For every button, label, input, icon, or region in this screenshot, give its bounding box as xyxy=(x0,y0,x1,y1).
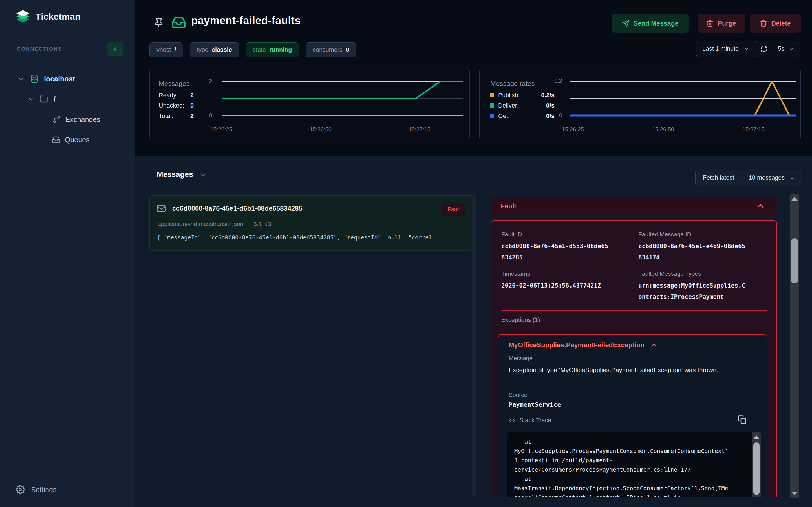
copy-stack-trace-button[interactable] xyxy=(736,413,748,426)
scroll-down-arrow-icon[interactable] xyxy=(792,492,798,495)
refresh-button[interactable] xyxy=(756,41,772,57)
badge-label: consumers xyxy=(313,47,342,54)
stack-trace-label: Stack Trace xyxy=(519,417,552,424)
stack-trace-code-block: at MyOfficeSupplies.ProcessPaymentConsum… xyxy=(507,432,761,497)
refresh-interval-select[interactable]: 5s xyxy=(772,45,800,52)
badge-label: type xyxy=(197,47,208,54)
x-axis-tick: 15:27:15 xyxy=(401,126,438,133)
message-id: cc6d0000-8a76-45e1-d6b1-08de65834285 xyxy=(172,205,303,212)
legend-swatch xyxy=(490,114,494,118)
badge-label: state xyxy=(253,47,266,54)
purge-button[interactable]: Purge xyxy=(698,14,745,33)
stat-value: 2 xyxy=(190,92,194,99)
exceptions-label: Exceptions (1) xyxy=(501,317,540,324)
legend-value: 0.2/s xyxy=(529,92,555,99)
message-body-preview: { "messageId": "cc6d0000-8a76-45e1-d6b1-… xyxy=(157,234,465,241)
time-range-select[interactable]: Last 1 minute xyxy=(696,41,756,57)
fault-section-label: Fault xyxy=(501,203,516,210)
chart-title: Messages xyxy=(159,80,190,88)
stack-trace-scrollbar[interactable] xyxy=(752,432,761,497)
fetch-count-value: 10 messages xyxy=(749,174,784,181)
scrollbar-thumb[interactable] xyxy=(753,443,760,495)
chevron-down-icon xyxy=(28,96,35,102)
send-message-label: Send Message xyxy=(633,20,679,27)
refresh-interval-value: 5s xyxy=(778,45,784,52)
connections-header: CONNECTIONS + xyxy=(17,42,123,56)
scroll-up-arrow-icon[interactable] xyxy=(792,197,798,201)
delete-label: Delete xyxy=(771,20,791,27)
chevron-up-icon xyxy=(650,342,658,349)
y-axis-tick: 0 xyxy=(545,112,562,119)
chevron-down-icon xyxy=(789,175,795,180)
sidebar-item-exchanges[interactable]: Exchanges xyxy=(52,112,100,127)
fault-section-header[interactable]: Fault xyxy=(491,197,777,215)
stat-unacked: Unacked: 0 xyxy=(159,101,194,110)
legend-value: 0/s xyxy=(529,102,555,109)
stat-total: Total: 2 xyxy=(159,112,194,120)
message-meta: application/vnd.masstransit+json 3.1 KB xyxy=(158,221,271,227)
fault-card-divider xyxy=(501,311,767,311)
fetch-count-select[interactable]: 10 messages xyxy=(742,174,802,181)
settings-label: Settings xyxy=(31,486,56,494)
connection-host-label: localhost xyxy=(44,75,75,83)
badge-value: running xyxy=(269,47,292,54)
fault-detail-panel: Fault Fault ID cc6d0000-8a76-45e1-d553-0… xyxy=(491,194,781,497)
delete-button[interactable]: Delete xyxy=(750,14,801,33)
sidebar: Ticketman CONNECTIONS + localhost / Exch… xyxy=(0,0,135,507)
message-size: 3.1 KB xyxy=(253,221,271,227)
chart-title: Message rates xyxy=(490,80,535,88)
scroll-up-arrow-icon[interactable] xyxy=(753,436,760,439)
pin-icon[interactable] xyxy=(153,17,164,27)
legend-swatch xyxy=(490,93,494,98)
send-message-button[interactable]: Send Message xyxy=(612,14,689,33)
timestamp-label: Timestamp xyxy=(501,270,530,277)
message-list-item[interactable]: cc6d0000-8a76-45e1-d6b1-08de65834285 Fau… xyxy=(149,195,472,251)
messages-heading[interactable]: Messages xyxy=(157,170,207,179)
faulted-message-types-value: urn:message:MyOfficeSupplies.Contracts:I… xyxy=(638,280,746,302)
sidebar-item-label: Exchanges xyxy=(65,115,100,124)
fault-panel-scrollbar[interactable] xyxy=(790,194,799,498)
app-title: Ticketman xyxy=(36,11,81,22)
messages-line-chart xyxy=(221,67,470,123)
x-axis-tick: 15:26:25 xyxy=(203,126,240,133)
messages-heading-label: Messages xyxy=(157,170,193,179)
sidebar-item-vhost[interactable]: / xyxy=(28,91,56,107)
y-axis-tick: 0.2 xyxy=(545,78,562,84)
exception-message: Exception of type 'MyOfficeSupplies.Paym… xyxy=(509,364,756,376)
code-icon xyxy=(509,417,515,424)
refresh-icon xyxy=(760,45,768,52)
chevron-down-icon xyxy=(744,46,749,52)
add-connection-button[interactable]: + xyxy=(107,42,123,56)
refresh-interval-control[interactable]: 5s xyxy=(756,41,800,57)
badge-state: state running xyxy=(246,42,299,57)
stat-label: Ready: xyxy=(159,92,190,99)
sidebar-item-settings[interactable]: Settings xyxy=(16,485,56,494)
purge-label: Purge xyxy=(718,20,736,27)
chevron-down-icon xyxy=(788,46,794,52)
message-content-type: application/vnd.masstransit+json xyxy=(158,221,243,227)
folder-icon xyxy=(40,95,48,103)
exception-message-label: Message xyxy=(509,355,532,362)
mail-icon xyxy=(156,204,166,213)
send-icon xyxy=(622,20,629,27)
fetch-latest-button[interactable]: Fetch latest xyxy=(696,170,742,186)
chevron-down-icon xyxy=(18,76,24,82)
scrollbar-thumb[interactable] xyxy=(791,238,798,283)
stat-value: 0 xyxy=(190,102,194,109)
exception-source: PaymentService xyxy=(509,401,561,408)
connections-label: CONNECTIONS xyxy=(17,46,62,52)
sidebar-item-localhost[interactable]: localhost xyxy=(18,71,75,87)
stat-label: Total: xyxy=(159,113,190,120)
app-logo: Ticketman xyxy=(16,10,81,24)
legend-label: Deliver: xyxy=(498,102,529,109)
trash-icon xyxy=(706,20,714,27)
app-root: Ticketman CONNECTIONS + localhost / Exch… xyxy=(0,0,812,507)
message-list-scrollbar[interactable] xyxy=(472,195,476,497)
x-axis-tick: 15:26:50 xyxy=(645,126,681,133)
stat-value: 2 xyxy=(190,113,194,120)
sidebar-item-queues[interactable]: Queues xyxy=(52,132,90,148)
fault-details-card: Fault ID cc6d0000-8a76-45e1-d553-08de658… xyxy=(491,220,777,497)
exception-header[interactable]: MyOfficeSupplies.PaymentFailedException xyxy=(509,341,658,349)
queue-inbox-icon xyxy=(171,15,186,30)
faulted-message-types-label: Faulted Message Types xyxy=(638,270,701,277)
